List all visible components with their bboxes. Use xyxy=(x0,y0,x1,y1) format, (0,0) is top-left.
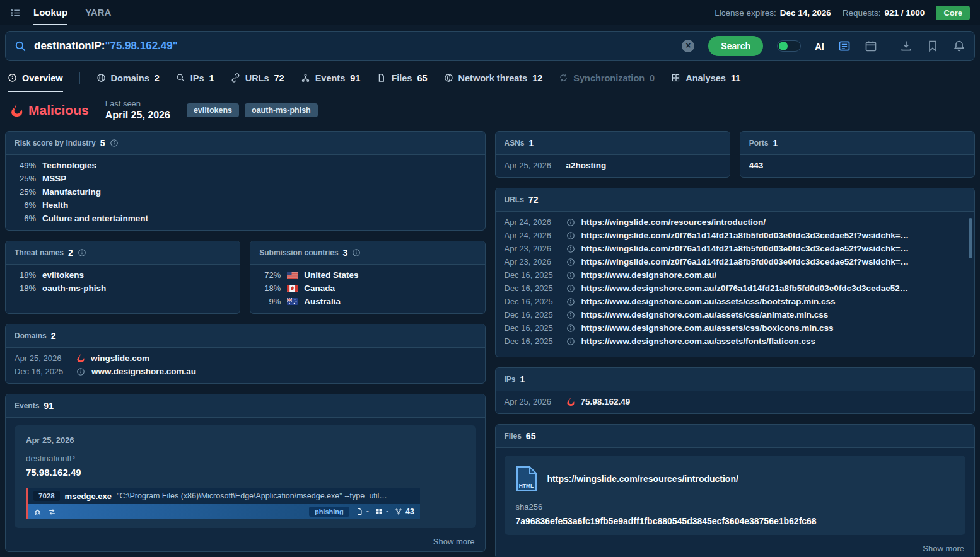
tab-domains[interactable]: Domains2 xyxy=(96,65,160,91)
domains-card: Domains 2 Apr 25, 2026 wingslide.com Dec… xyxy=(5,324,486,384)
card-body: Apr 25, 2026 75.98.162.49 xyxy=(496,391,975,413)
info-icon[interactable] xyxy=(566,337,575,346)
ai-toggle[interactable] xyxy=(777,40,801,52)
info-icon[interactable] xyxy=(566,311,575,319)
info-icon[interactable] xyxy=(566,218,575,227)
info-icon[interactable] xyxy=(76,367,85,376)
search-button[interactable]: Search xyxy=(708,36,763,56)
event-tag-phishing[interactable]: phishing xyxy=(309,507,349,517)
url-date: Apr 23, 2026 xyxy=(505,257,560,267)
info-icon[interactable] xyxy=(110,139,119,147)
domain-value[interactable]: wingslide.com xyxy=(91,353,149,363)
asn-value[interactable]: a2hosting xyxy=(566,161,607,170)
left-duo-row: Threat names 2 18%eviltokens 18%oauth-ms… xyxy=(5,241,486,314)
info-icon[interactable] xyxy=(78,248,86,257)
tab-label: IPs xyxy=(190,73,204,83)
country-name[interactable]: Australia xyxy=(304,297,341,306)
event-field-value[interactable]: 75.98.162.49 xyxy=(26,467,465,478)
card-header: Risk score by industry 5 xyxy=(6,132,485,155)
country-pct: 9% xyxy=(259,297,281,306)
clear-search-button[interactable]: × xyxy=(682,40,694,52)
event-date: Apr 25, 2026 xyxy=(26,435,465,445)
menu-icon[interactable] xyxy=(10,8,21,18)
malconf-bug-icon[interactable] xyxy=(33,508,42,516)
url-value[interactable]: https://www.designshore.com.au/ xyxy=(581,270,717,280)
files-stat-value: - xyxy=(366,507,369,516)
tab-count: 11 xyxy=(731,73,740,83)
tab-overview[interactable]: Overview xyxy=(8,65,63,91)
card-header: IPs 1 xyxy=(496,368,975,391)
query-templates-icon[interactable] xyxy=(838,40,851,52)
file-url[interactable]: https://wingslide.com/resources/introduc… xyxy=(547,474,738,484)
process-row[interactable]: 7028 msedge.exe "C:\Program Files (x86)\… xyxy=(28,488,420,504)
info-icon[interactable] xyxy=(352,248,361,257)
info-icon[interactable] xyxy=(566,271,575,280)
events-show-more[interactable]: Show more xyxy=(6,532,485,551)
tag-pill[interactable]: eviltokens xyxy=(187,103,239,117)
download-icon[interactable] xyxy=(900,40,913,52)
file-panel: HTML https://wingslide.com/resources/int… xyxy=(505,456,966,535)
info-icon[interactable] xyxy=(566,324,575,333)
info-icon[interactable] xyxy=(566,244,575,253)
search-bar[interactable]: destinationIP:"75.98.162.49" × Search AI xyxy=(5,31,975,61)
info-icon[interactable] xyxy=(566,284,575,293)
url-value[interactable]: https://www.designshore.com.au/z0f76a1d1… xyxy=(581,284,909,293)
calendar-icon[interactable] xyxy=(865,40,877,52)
port-value[interactable]: 443 xyxy=(749,161,764,170)
url-date: Dec 16, 2025 xyxy=(505,323,560,333)
tab-urls[interactable]: URLs72 xyxy=(231,65,284,91)
ip-row: Apr 25, 2026 75.98.162.49 xyxy=(496,395,975,408)
industry-pct: 25% xyxy=(15,187,36,197)
process-graph-arrows-icon[interactable] xyxy=(48,508,56,516)
info-icon[interactable] xyxy=(566,297,575,306)
url-value[interactable]: https://wingslide.com/z0f76a1d14fd21a8fb… xyxy=(581,244,909,253)
card-title: Threat names xyxy=(15,248,64,257)
industry-row: 25%Manufacturing xyxy=(6,185,485,198)
info-icon[interactable] xyxy=(566,258,575,267)
tab-files[interactable]: Files65 xyxy=(376,65,427,91)
domain-value[interactable]: www.designshore.com.au xyxy=(91,367,196,376)
country-name[interactable]: United States xyxy=(304,270,358,280)
tab-network-threats[interactable]: Network threats12 xyxy=(444,65,543,91)
info-icon[interactable] xyxy=(566,231,575,240)
events-card: Events 91 Apr 25, 2026 destinationIP 75.… xyxy=(5,394,486,552)
card-title: Submission countries xyxy=(259,248,338,257)
process-block[interactable]: 7028 msedge.exe "C:\Program Files (x86)\… xyxy=(26,488,420,519)
nav-lookup[interactable]: Lookup xyxy=(33,0,67,25)
url-value[interactable]: https://www.designshore.com.au/assets/cs… xyxy=(581,297,836,306)
hash-value[interactable]: 7a96836efe53a6fc19fb5e9adff1fbc880545d38… xyxy=(516,516,955,526)
us-flag-icon xyxy=(287,272,298,278)
url-value[interactable]: https://wingslide.com/resources/introduc… xyxy=(581,217,766,227)
threat-name[interactable]: oauth-ms-phish xyxy=(42,284,106,293)
threat-name[interactable]: eviltokens xyxy=(42,270,84,280)
tab-count: 12 xyxy=(532,73,542,83)
url-value[interactable]: https://www.designshore.com.au/assets/fo… xyxy=(581,336,816,346)
ip-value[interactable]: 75.98.162.49 xyxy=(581,397,631,406)
search-query[interactable]: destinationIP:"75.98.162.49" xyxy=(34,40,178,52)
tag-pill[interactable]: oauth-ms-phish xyxy=(245,103,318,117)
card-header: Ports 1 xyxy=(740,132,974,155)
card-header: Domains 2 xyxy=(6,324,485,348)
url-value[interactable]: https://www.designshore.com.au/assets/cs… xyxy=(581,323,834,333)
left-column: Risk score by industry 5 49%Technologies… xyxy=(5,131,486,552)
url-value[interactable]: https://wingslide.com/z0f76a1d14fd21a8fb… xyxy=(581,257,909,267)
urls-list: Apr 24, 2026https://wingslide.com/resour… xyxy=(496,212,975,357)
tab-synchronization[interactable]: Synchronization0 xyxy=(559,65,655,91)
files-show-more[interactable]: Show more xyxy=(496,539,975,557)
url-value[interactable]: https://wingslide.com/z0f76a1d14fd21a8fb… xyxy=(581,231,909,240)
url-date: Apr 24, 2026 xyxy=(505,231,560,240)
screens-stat-value: - xyxy=(386,507,388,516)
tab-label: URLs xyxy=(245,73,269,83)
card-count: 3 xyxy=(343,248,348,258)
country-name[interactable]: Canada xyxy=(304,284,335,293)
bookmark-icon[interactable] xyxy=(926,40,939,52)
notifications-bell-icon[interactable] xyxy=(953,40,965,52)
urls-scrollbar[interactable] xyxy=(969,218,972,258)
tab-ips[interactable]: IPs1 xyxy=(176,65,214,91)
url-row: Dec 16, 2025https://www.designshore.com.… xyxy=(496,282,975,295)
tab-analyses[interactable]: Analyses11 xyxy=(671,65,740,91)
file-header: HTML https://wingslide.com/resources/int… xyxy=(516,466,955,492)
nav-yara[interactable]: YARA xyxy=(85,0,111,25)
tab-events[interactable]: Events91 xyxy=(301,65,361,91)
url-value[interactable]: https://www.designshore.com.au/assets/cs… xyxy=(581,310,829,319)
